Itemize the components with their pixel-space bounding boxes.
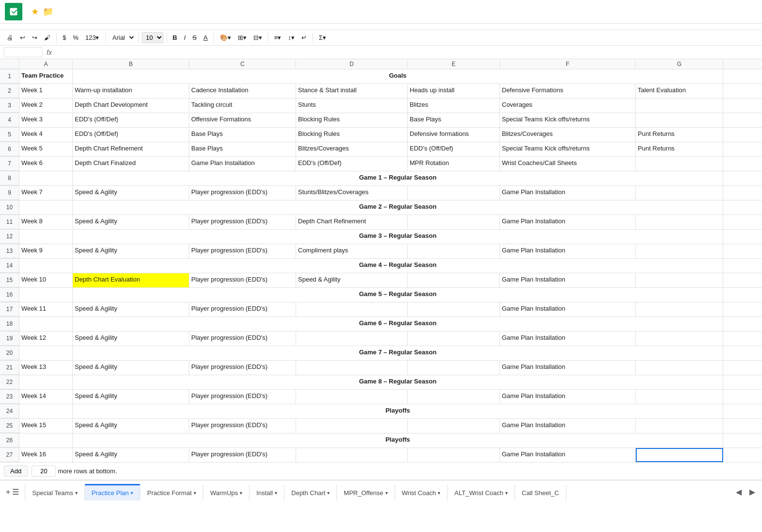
cell-25-f[interactable]: Game Plan Installation	[500, 419, 636, 433]
cell-2-e[interactable]: Heads up install	[408, 84, 500, 98]
cell-6-c[interactable]: Base Plays	[189, 142, 296, 156]
paint-format-button[interactable]: 🖌	[41, 32, 53, 43]
cell-16-a[interactable]	[19, 288, 73, 302]
cell-20-a[interactable]	[19, 346, 73, 360]
decimal-button[interactable]: 123▾	[83, 32, 102, 43]
sheet-tab-0[interactable]: Special Teams▾	[25, 484, 84, 500]
sheet-tab-dropdown-7[interactable]: ▾	[438, 490, 440, 496]
cell-15-c[interactable]: Player progression (EDD's)	[189, 273, 296, 287]
cell-10-merged[interactable]: Game 2 – Regular Season	[73, 200, 723, 215]
cell-25-e[interactable]	[408, 419, 500, 433]
col-header-e[interactable]: E	[408, 59, 500, 69]
cell-21-f[interactable]: Game Plan Installation	[500, 361, 636, 375]
redo-button[interactable]: ↪	[29, 32, 40, 43]
cell-20-merged[interactable]: Game 7 – Regular Season	[73, 346, 723, 360]
cell-5-g[interactable]: Punt Returns	[636, 128, 723, 142]
cell-25-g[interactable]	[636, 419, 723, 433]
cell-8-merged[interactable]: Game 1 – Regular Season	[73, 171, 723, 185]
cell-27-e[interactable]	[408, 448, 500, 462]
cell-21-c[interactable]: Player progression (EDD's)	[189, 361, 296, 375]
cell-23-g[interactable]	[636, 390, 723, 404]
cell-23-a[interactable]: Week 14	[19, 390, 73, 404]
cell-21-d[interactable]	[296, 361, 408, 375]
cell-5-f[interactable]: Blitzes/Coverages	[500, 128, 636, 142]
sheet-tab-dropdown-8[interactable]: ▾	[505, 490, 508, 496]
col-header-b[interactable]: B	[73, 59, 189, 69]
sheet-tab-dropdown-6[interactable]: ▾	[385, 490, 388, 496]
sheet-tab-2[interactable]: Practice Format▾	[140, 484, 203, 500]
menu-file[interactable]	[5, 25, 13, 29]
cell-23-c[interactable]: Player progression (EDD's)	[189, 390, 296, 404]
merge-button[interactable]: ⊟▾	[250, 32, 265, 43]
cell-17-e[interactable]	[408, 302, 500, 316]
cell-8-a[interactable]	[19, 171, 73, 185]
menu-data[interactable]	[53, 25, 61, 29]
cell-26-merged[interactable]: Playoffs	[73, 433, 723, 448]
cell-23-e[interactable]	[408, 390, 500, 404]
cell-11-b[interactable]: Speed & Agility	[73, 215, 189, 229]
cell-26-a[interactable]	[19, 433, 73, 448]
sheet-tab-8[interactable]: ALT_Wrist Coach▾	[447, 484, 515, 500]
sheet-tab-dropdown-3[interactable]: ▾	[240, 490, 242, 496]
cell-4-g[interactable]	[636, 113, 723, 127]
cell-27-a[interactable]: Week 16	[19, 448, 73, 462]
cell-2-a[interactable]: Week 1	[19, 84, 73, 98]
sheet-tab-5[interactable]: Depth Chart▾	[284, 484, 337, 500]
cell-3-g[interactable]	[636, 99, 723, 113]
cell-6-g[interactable]: Punt Returns	[636, 142, 723, 156]
cell-3-e[interactable]: Blitzes	[408, 99, 500, 113]
tab-next-button[interactable]: ▶	[746, 485, 758, 499]
cell-5-e[interactable]: Defensive formations	[408, 128, 500, 142]
cell-4-c[interactable]: Offensive Formations	[189, 113, 296, 127]
cell-17-b[interactable]: Speed & Agility	[73, 302, 189, 316]
cell-7-d[interactable]: EDD's (Off/Def)	[296, 157, 408, 171]
cell-22-a[interactable]	[19, 375, 73, 389]
cell-17-g[interactable]	[636, 302, 723, 316]
cell-5-d[interactable]: Blocking Rules	[296, 128, 408, 142]
cell-21-g[interactable]	[636, 361, 723, 375]
cell-15-e[interactable]	[408, 273, 500, 287]
border-button[interactable]: ⊞▾	[235, 32, 249, 43]
folder-icon[interactable]: 📁	[43, 6, 53, 17]
cell-23-d[interactable]	[296, 390, 408, 404]
cell-1-a[interactable]: Team Practice	[19, 69, 73, 83]
bold-button[interactable]: B	[170, 32, 180, 43]
align-button[interactable]: ≡▾	[271, 32, 284, 43]
grid-wrapper[interactable]: 1Team PracticeGoals2Week 1Warm-up instal…	[0, 69, 762, 463]
tab-prev-button[interactable]: ◀	[733, 485, 745, 499]
cell-2-g[interactable]: Talent Evaluation	[636, 84, 723, 98]
cell-7-f[interactable]: Wrist Coaches/Call Sheets	[500, 157, 636, 171]
cell-7-b[interactable]: Depth Chart Finalized	[73, 157, 189, 171]
menu-edit[interactable]	[15, 25, 22, 29]
func-button[interactable]: Σ▾	[316, 32, 329, 43]
cell-7-c[interactable]: Game Plan Installation	[189, 157, 296, 171]
valign-button[interactable]: ↕▾	[285, 32, 298, 43]
cell-14-merged[interactable]: Game 4 – Regular Season	[73, 259, 723, 273]
cell-9-a[interactable]: Week 7	[19, 186, 73, 200]
cell-19-b[interactable]: Speed & Agility	[73, 332, 189, 346]
cell-9-g[interactable]	[636, 186, 723, 200]
add-count-input[interactable]	[32, 466, 56, 477]
cell-6-a[interactable]: Week 5	[19, 142, 73, 156]
sheet-tab-dropdown-1[interactable]: ▾	[131, 490, 133, 496]
cell-10-a[interactable]	[19, 200, 73, 215]
col-header-d[interactable]: D	[296, 59, 408, 69]
sheet-tab-9[interactable]: Call Sheet_C	[515, 484, 566, 500]
cell-21-a[interactable]: Week 13	[19, 361, 73, 375]
currency-button[interactable]: $	[60, 32, 69, 43]
cell-19-f[interactable]: Game Plan Installation	[500, 332, 636, 346]
cell-18-a[interactable]	[19, 317, 73, 331]
cell-6-d[interactable]: Blitzes/Coverages	[296, 142, 408, 156]
cell-13-c[interactable]: Player progression (EDD's)	[189, 244, 296, 258]
cell-7-a[interactable]: Week 6	[19, 157, 73, 171]
cell-7-g[interactable]	[636, 157, 723, 171]
cell-24-a[interactable]	[19, 404, 73, 418]
cell-18-merged[interactable]: Game 6 – Regular Season	[73, 317, 723, 331]
cell-12-a[interactable]	[19, 230, 73, 244]
cell-4-a[interactable]: Week 3	[19, 113, 73, 127]
cell-9-c[interactable]: Player progression (EDD's)	[189, 186, 296, 200]
cell-6-e[interactable]: EDD's (Off/Def)	[408, 142, 500, 156]
menu-insert[interactable]	[34, 25, 42, 29]
font-size-select[interactable]: 10	[142, 32, 164, 43]
cell-25-d[interactable]	[296, 419, 408, 433]
